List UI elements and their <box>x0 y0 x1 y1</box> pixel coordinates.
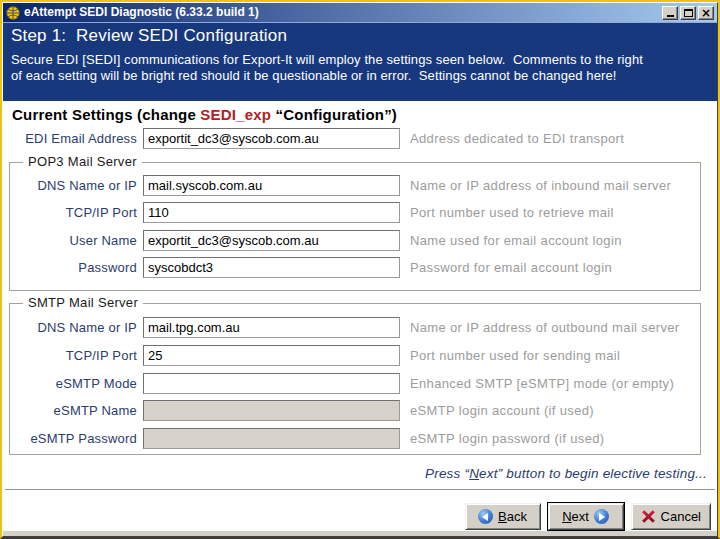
step-description-line1: Secure EDI [SEDI] communications for Exp… <box>11 52 643 67</box>
edi-email-comment: Address dedicated to EDI transport <box>410 131 624 146</box>
cancel-button[interactable]: Cancel <box>631 503 711 530</box>
back-button[interactable]: Back <box>465 503 541 530</box>
maximize-icon <box>684 9 693 17</box>
heading-config-name: SEDI_exp <box>200 106 271 123</box>
back-button-label: Back <box>498 509 527 524</box>
step-description-line2: of each setting will be bright red shoul… <box>11 68 616 83</box>
pop3-password-row: Password Password for email account logi… <box>6 256 717 279</box>
pop3-user-field[interactable] <box>143 230 400 251</box>
esmtp-password-row: eSMTP Password eSMTP login password (if … <box>6 427 717 450</box>
pop3-port-label: TCP/IP Port <box>6 205 137 220</box>
esmtp-password-field <box>143 428 400 449</box>
instruction-accesskey: N <box>469 466 479 481</box>
settings-panel: Current Settings (change SEDI_exp “Confi… <box>3 101 717 531</box>
pop3-dns-row: DNS Name or IP Name or IP address of inb… <box>6 174 717 197</box>
edi-email-field[interactable] <box>143 128 400 149</box>
smtp-dns-field[interactable] <box>143 317 400 338</box>
smtp-port-comment: Port number used for sending mail <box>410 348 620 363</box>
close-button[interactable]: × <box>698 6 714 20</box>
pop3-password-comment: Password for email account login <box>410 260 612 275</box>
smtp-port-row: TCP/IP Port Port number used for sending… <box>6 344 717 367</box>
heading-suffix: “Configuration”) <box>271 106 397 123</box>
current-settings-heading: Current Settings (change SEDI_exp “Confi… <box>12 106 397 123</box>
heading-prefix: Current Settings (change <box>12 106 200 123</box>
pop3-dns-field[interactable] <box>143 175 400 196</box>
edi-email-row: EDI Email Address Address dedicated to E… <box>6 127 717 150</box>
pop3-port-field[interactable] <box>143 202 400 223</box>
dialog-window: eAttempt SEDI Diagnostic (6.33.2 build 1… <box>2 2 718 537</box>
pop3-user-comment: Name used for email account login <box>410 233 622 248</box>
smtp-dns-row: DNS Name or IP Name or IP address of out… <box>6 316 717 339</box>
close-icon: × <box>701 8 711 18</box>
pop3-port-row: TCP/IP Port Port number used to retrieve… <box>6 201 717 224</box>
maximize-button[interactable] <box>680 6 696 20</box>
pop3-password-label: Password <box>6 260 137 275</box>
esmtp-password-label: eSMTP Password <box>6 431 137 446</box>
next-button-label: Next <box>562 509 589 524</box>
instruction-prefix: Press “ <box>425 466 469 481</box>
next-arrow-icon <box>594 509 609 524</box>
step-description: Secure EDI [SEDI] communications for Exp… <box>11 52 709 84</box>
button-bar: Back Next Cancel <box>465 503 711 530</box>
pop3-dns-comment: Name or IP address of inbound mail serve… <box>410 178 671 193</box>
esmtp-name-label: eSMTP Name <box>6 403 137 418</box>
next-button[interactable]: Next <box>548 503 624 530</box>
instruction-suffix: ext” button to begin elective testing... <box>479 466 707 481</box>
window-frame: eAttempt SEDI Diagnostic (6.33.2 build 1… <box>0 0 720 539</box>
pop3-dns-label: DNS Name or IP <box>6 178 137 193</box>
pop3-group-title: POP3 Mail Server <box>23 154 142 169</box>
pop3-password-field[interactable] <box>143 257 400 278</box>
esmtp-name-field <box>143 400 400 421</box>
footer-divider <box>5 489 715 491</box>
esmtp-mode-row: eSMTP Mode Enhanced SMTP [eSMTP] mode (o… <box>6 372 717 395</box>
smtp-dns-comment: Name or IP address of outbound mail serv… <box>410 320 680 335</box>
esmtp-password-comment: eSMTP login password (if used) <box>410 431 605 446</box>
pop3-port-comment: Port number used to retrieve mail <box>410 205 614 220</box>
step-header: Step 1: Review SEDI Configuration Secure… <box>3 22 717 101</box>
esmtp-mode-label: eSMTP Mode <box>6 376 137 391</box>
esmtp-name-comment: eSMTP login account (if used) <box>410 403 594 418</box>
minimize-icon <box>667 15 674 17</box>
step-title: Step 1: Review SEDI Configuration <box>11 26 709 46</box>
back-arrow-icon <box>478 509 493 524</box>
edi-email-label: EDI Email Address <box>6 131 137 146</box>
pop3-user-row: User Name Name used for email account lo… <box>6 229 717 252</box>
pop3-user-label: User Name <box>6 233 137 248</box>
smtp-dns-label: DNS Name or IP <box>6 320 137 335</box>
smtp-port-field[interactable] <box>143 345 400 366</box>
next-instruction: Press “Next” button to begin elective te… <box>425 466 707 481</box>
title-bar[interactable]: eAttempt SEDI Diagnostic (6.33.2 build 1… <box>3 3 717 22</box>
esmtp-mode-field[interactable] <box>143 373 400 394</box>
esmtp-mode-comment: Enhanced SMTP [eSMTP] mode (or empty) <box>410 376 674 391</box>
cancel-button-label: Cancel <box>661 509 701 524</box>
smtp-group-title: SMTP Mail Server <box>23 295 143 310</box>
esmtp-name-row: eSMTP Name eSMTP login account (if used) <box>6 399 717 422</box>
cancel-x-icon <box>641 509 656 524</box>
window-controls: × <box>662 6 715 20</box>
smtp-port-label: TCP/IP Port <box>6 348 137 363</box>
app-icon <box>6 6 20 20</box>
window-title: eAttempt SEDI Diagnostic (6.33.2 build 1… <box>24 3 658 22</box>
minimize-button[interactable] <box>662 6 678 20</box>
